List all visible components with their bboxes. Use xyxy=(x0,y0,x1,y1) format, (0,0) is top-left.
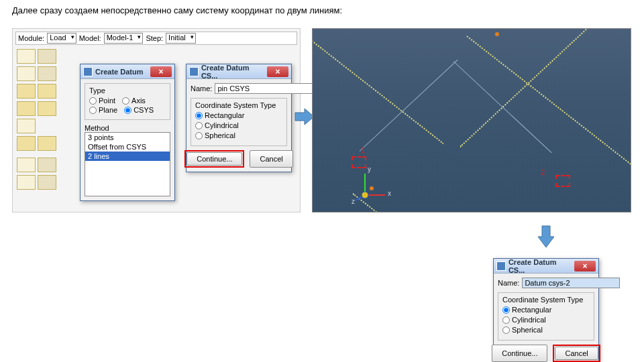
tool-icon[interactable] xyxy=(38,49,56,64)
selection-marker-1: 1 xyxy=(361,146,365,154)
tool-icon[interactable] xyxy=(38,136,56,151)
radio-csys[interactable]: CSYS xyxy=(124,106,154,114)
name-label: Name: xyxy=(191,84,212,93)
radio-cylindrical[interactable]: Cylindrical xyxy=(195,121,282,129)
svg-point-4 xyxy=(362,192,368,198)
continue-highlight: Continue... xyxy=(184,150,244,168)
left-panel: Module: Load Model: Model-1 Step: Initia… xyxy=(12,28,301,213)
tool-icon[interactable] xyxy=(17,101,36,116)
method-listbox[interactable]: 3 points Offset from CSYS 2 lines xyxy=(85,132,170,196)
tool-icon[interactable] xyxy=(38,84,56,99)
radio-plane[interactable]: Plane xyxy=(89,106,117,114)
name-label: Name: xyxy=(498,279,519,287)
list-item[interactable]: Offset from CSYS xyxy=(85,142,170,152)
axis-x-label: x xyxy=(388,190,391,197)
radio-axis[interactable]: Axis xyxy=(122,97,146,105)
list-item[interactable]: 3 points xyxy=(85,133,170,142)
name-input[interactable] xyxy=(522,278,620,288)
model-select[interactable]: Model-1 xyxy=(104,33,144,44)
axis-y-label: y xyxy=(368,166,371,173)
name-input[interactable] xyxy=(215,83,313,94)
selection-box-1 xyxy=(352,156,366,168)
svg-marker-0 xyxy=(295,109,314,125)
selection-box-2 xyxy=(555,175,570,187)
module-select[interactable]: Load xyxy=(47,33,76,44)
tool-icon[interactable] xyxy=(17,119,36,133)
tool-icon[interactable] xyxy=(38,101,56,116)
create-datum-csys-dialog-2: Create Datum CS... × Name: Coordinate Sy… xyxy=(493,258,599,362)
step-label: Step: xyxy=(146,34,163,42)
module-label: Module: xyxy=(18,34,44,42)
method-label: Method xyxy=(85,124,170,132)
dialog-title-text: Create Datum xyxy=(95,68,144,76)
tool-icon[interactable] xyxy=(17,175,36,190)
dialog-titlebar[interactable]: Create Datum × xyxy=(80,64,174,79)
tool-icon-column xyxy=(17,49,62,192)
svg-marker-5 xyxy=(538,226,554,247)
tool-icon[interactable] xyxy=(38,175,56,190)
radio-rectangular[interactable]: Rectangular xyxy=(502,306,590,314)
tool-icon[interactable] xyxy=(38,158,56,172)
step-select[interactable]: Initial xyxy=(166,33,196,44)
cancel-highlight: Cancel xyxy=(553,345,600,362)
close-icon[interactable]: × xyxy=(150,66,172,77)
dialog-title-text: Create Datum CS... xyxy=(201,64,267,80)
tool-icon[interactable] xyxy=(17,66,36,81)
radio-cylindrical[interactable]: Cylindrical xyxy=(502,316,590,324)
continue-button[interactable]: Continue... xyxy=(186,152,242,166)
create-datum-dialog: Create Datum × Type Point Axis Plane CSY… xyxy=(80,64,175,201)
close-icon[interactable]: × xyxy=(574,261,596,272)
context-toolbar: Module: Load Model: Model-1 Step: Initia… xyxy=(15,32,297,45)
list-item[interactable]: 2 lines xyxy=(85,152,170,161)
window-icon xyxy=(189,67,199,76)
tool-icon[interactable] xyxy=(17,136,36,151)
model-viewport[interactable]: 1 2 y x z xyxy=(312,28,631,213)
create-datum-csys-dialog: Create Datum CS... × Name: Coordinate Sy… xyxy=(186,64,292,172)
tool-icon[interactable] xyxy=(17,49,36,64)
vertex-point xyxy=(495,32,499,36)
selection-marker-2: 2 xyxy=(541,168,545,176)
type-group-label: Type xyxy=(89,86,166,95)
radio-rectangular[interactable]: Rectangular xyxy=(195,111,282,119)
coord-type-label: Coordinate System Type xyxy=(502,296,590,304)
dialog-title-text: Create Datum CS... xyxy=(508,258,574,274)
instruction-heading: Далее сразу создаем непосредственно саму… xyxy=(12,5,342,15)
cancel-button[interactable]: Cancel xyxy=(250,150,292,168)
coord-type-label: Coordinate System Type xyxy=(195,101,282,109)
radio-spherical[interactable]: Spherical xyxy=(502,326,590,334)
tool-icon[interactable] xyxy=(38,66,56,81)
dialog-titlebar[interactable]: Create Datum CS... × xyxy=(494,259,598,274)
axis-z-label: z xyxy=(352,198,355,205)
close-icon[interactable]: × xyxy=(267,66,288,77)
continue-button[interactable]: Continue... xyxy=(492,345,547,362)
arrow-down-icon xyxy=(537,225,555,249)
cancel-button[interactable]: Cancel xyxy=(555,347,598,360)
tool-icon[interactable] xyxy=(17,158,36,172)
model-label: Model: xyxy=(79,34,101,42)
window-icon xyxy=(496,261,506,271)
dialog-titlebar[interactable]: Create Datum CS... × xyxy=(186,64,291,79)
window-icon xyxy=(83,67,93,76)
radio-spherical[interactable]: Spherical xyxy=(195,131,282,139)
radio-point[interactable]: Point xyxy=(89,97,115,105)
tool-icon[interactable] xyxy=(17,84,36,99)
